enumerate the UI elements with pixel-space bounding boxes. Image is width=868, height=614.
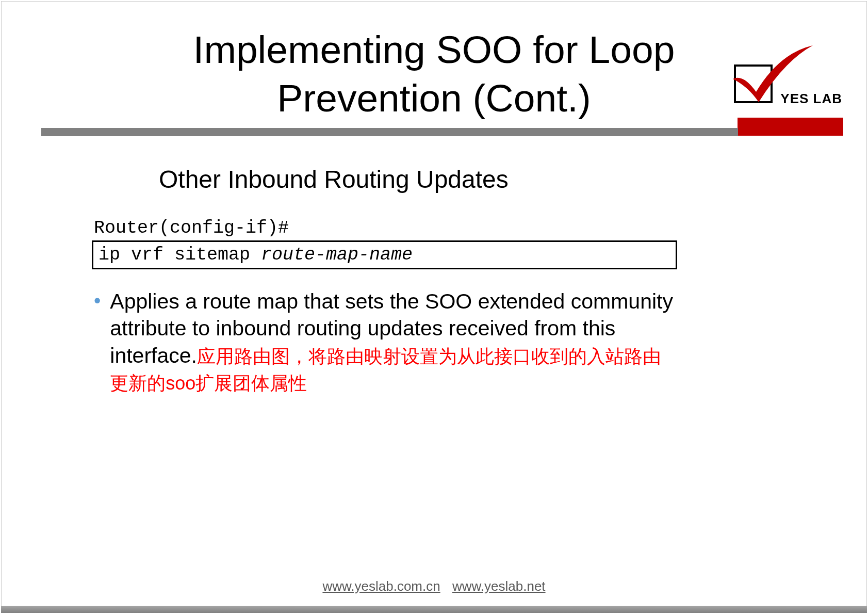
gray-divider-bar: [41, 128, 738, 136]
footer-link-1[interactable]: www.yeslab.com.cn: [322, 578, 440, 594]
bullet-text: Applies a route map that sets the SOO ex…: [110, 288, 679, 396]
bullet-item: • Applies a route map that sets the SOO …: [94, 288, 679, 396]
router-prompt: Router(config-if)#: [94, 218, 289, 238]
logo: YES LAB: [718, 49, 842, 116]
footer: www.yeslab.com.cn www.yeslab.net: [0, 578, 868, 594]
slide-title: Implementing SOO for Loop Prevention (Co…: [163, 26, 705, 123]
logo-text: YES LAB: [780, 91, 842, 107]
command-parameter: route-map-name: [261, 245, 413, 265]
footer-link-2[interactable]: www.yeslab.net: [452, 578, 546, 594]
bullet-icon: •: [94, 289, 101, 313]
red-accent-bar: [738, 118, 843, 136]
bottom-bar: [1, 606, 867, 613]
bullet-section: • Applies a route map that sets the SOO …: [94, 288, 679, 396]
command-keyword: ip vrf sitemap: [99, 245, 261, 265]
slide: Implementing SOO for Loop Prevention (Co…: [0, 0, 868, 614]
command-box: ip vrf sitemap route-map-name: [92, 240, 677, 269]
subtitle: Other Inbound Routing Updates: [159, 165, 509, 193]
